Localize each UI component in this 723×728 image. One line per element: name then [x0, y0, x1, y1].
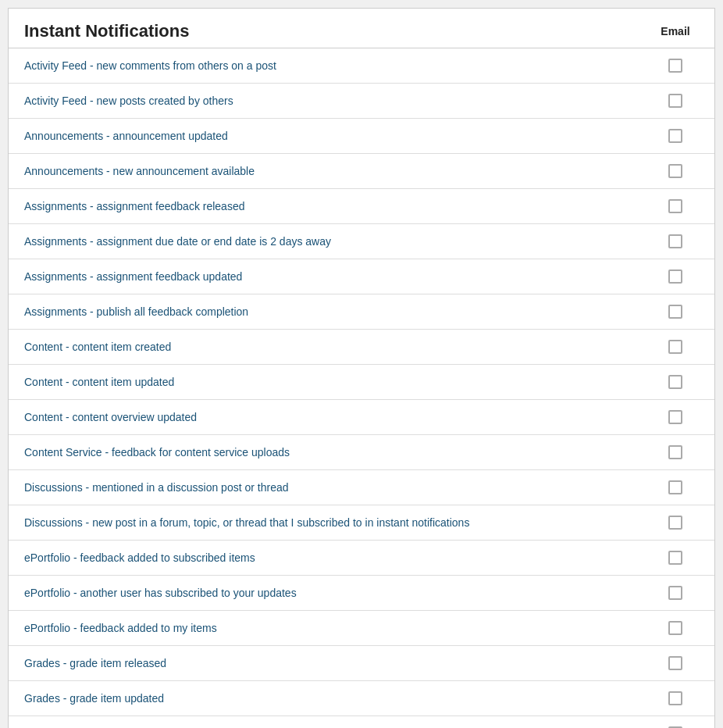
notification-row: Activity Feed - new comments from others…: [9, 48, 714, 84]
notification-label-eportfolio-my-items: ePortfolio - feedback added to my items: [24, 622, 652, 634]
notification-row: Content - content item created: [9, 330, 714, 365]
checkbox-cell-assignments-feedback-released: [652, 199, 699, 213]
page-container: Instant Notifications Email Activity Fee…: [8, 8, 715, 728]
notification-label-assignments-feedback-updated: Assignments - assignment feedback update…: [24, 270, 652, 283]
checkbox-cell-grades-item-updated: [652, 691, 699, 705]
notification-row: Grades - grade item released: [9, 646, 714, 681]
notification-label-grades-item-updated: Grades - grade item updated: [24, 692, 652, 705]
notification-label-discussions-new-post: Discussions - new post in a forum, topic…: [24, 516, 652, 529]
checkbox-eportfolio-user-subscribed[interactable]: [668, 586, 682, 600]
checkbox-assignments-due-date[interactable]: [668, 234, 682, 248]
checkbox-cell-content-item-updated: [652, 375, 699, 389]
notification-label-assignments-publish-feedback: Assignments - publish all feedback compl…: [24, 305, 652, 318]
checkbox-announcements-updated[interactable]: [668, 129, 682, 143]
notification-label-assignments-feedback-released: Assignments - assignment feedback releas…: [24, 200, 652, 212]
checkbox-eportfolio-subscribed-items[interactable]: [668, 551, 682, 565]
notification-list: Activity Feed - new comments from others…: [9, 48, 714, 728]
notification-label-announcements-new: Announcements - new announcement availab…: [24, 165, 652, 177]
notification-row: ePortfolio - feedback added to my items: [9, 611, 714, 646]
checkbox-cell-discussions-new-post: [652, 516, 699, 530]
checkbox-content-item-created[interactable]: [668, 340, 682, 354]
notification-label-content-overview-updated: Content - content overview updated: [24, 411, 652, 423]
notification-row: Activity Feed - new posts created by oth…: [9, 84, 714, 119]
checkbox-eportfolio-my-items[interactable]: [668, 621, 682, 635]
notification-row: Grades - grade item updated: [9, 681, 714, 716]
notification-label-discussions-mentioned: Discussions - mentioned in a discussion …: [24, 481, 652, 494]
email-column-header: Email: [652, 25, 699, 37]
checkbox-cell-grades-item-released: [652, 656, 699, 670]
notification-row: Content Service - feedback for content s…: [9, 435, 714, 470]
notification-row: ePortfolio - feedback added to subscribe…: [9, 541, 714, 576]
checkbox-cell-eportfolio-my-items: [652, 621, 699, 635]
checkbox-content-item-updated[interactable]: [668, 375, 682, 389]
notification-row: Announcements - announcement updated: [9, 119, 714, 154]
checkbox-discussions-mentioned[interactable]: [668, 480, 682, 494]
checkbox-assignments-feedback-released[interactable]: [668, 199, 682, 213]
checkbox-cell-assignments-feedback-updated: [652, 269, 699, 284]
notification-row: Discussions - new post in a forum, topic…: [9, 505, 714, 541]
notification-label-eportfolio-subscribed-items: ePortfolio - feedback added to subscribe…: [24, 551, 652, 564]
checkbox-announcements-new[interactable]: [668, 164, 682, 178]
checkbox-content-service-feedback[interactable]: [668, 445, 682, 459]
checkbox-assignments-feedback-updated[interactable]: [668, 269, 682, 284]
checkbox-cell-eportfolio-user-subscribed: [652, 586, 699, 600]
checkbox-cell-announcements-updated: [652, 129, 699, 143]
checkbox-activity-feed-posts[interactable]: [668, 94, 682, 108]
notification-label-content-service-feedback: Content Service - feedback for content s…: [24, 446, 652, 459]
checkbox-cell-activity-feed-posts: [652, 94, 699, 108]
notification-label-eportfolio-user-subscribed: ePortfolio - another user has subscribed…: [24, 587, 652, 599]
checkbox-cell-assignments-due-date: [652, 234, 699, 248]
notification-row: Announcements - new announcement availab…: [9, 154, 714, 189]
notification-row: Assignments - publish all feedback compl…: [9, 294, 714, 330]
notification-row: IPSIS Platform - Batch Completion Summar…: [9, 716, 714, 728]
notification-row: Assignments - assignment feedback releas…: [9, 189, 714, 224]
notification-row: ePortfolio - another user has subscribed…: [9, 576, 714, 611]
notification-row: Assignments - assignment feedback update…: [9, 259, 714, 294]
notification-row: Content - content overview updated: [9, 400, 714, 435]
checkbox-activity-feed-comments[interactable]: [668, 59, 682, 73]
checkbox-cell-announcements-new: [652, 164, 699, 178]
checkbox-cell-content-service-feedback: [652, 445, 699, 459]
notification-label-announcements-updated: Announcements - announcement updated: [24, 130, 652, 142]
checkbox-cell-eportfolio-subscribed-items: [652, 551, 699, 565]
notification-label-grades-item-released: Grades - grade item released: [24, 657, 652, 669]
notification-label-activity-feed-comments: Activity Feed - new comments from others…: [24, 59, 652, 72]
notification-label-activity-feed-posts: Activity Feed - new posts created by oth…: [24, 95, 652, 107]
checkbox-grades-item-released[interactable]: [668, 656, 682, 670]
notification-row: Discussions - mentioned in a discussion …: [9, 470, 714, 505]
checkbox-cell-discussions-mentioned: [652, 480, 699, 494]
notification-row: Assignments - assignment due date or end…: [9, 224, 714, 259]
checkbox-content-overview-updated[interactable]: [668, 410, 682, 424]
checkbox-cell-content-item-created: [652, 340, 699, 354]
checkbox-cell-content-overview-updated: [652, 410, 699, 424]
checkbox-discussions-new-post[interactable]: [668, 516, 682, 530]
header-row: Instant Notifications Email: [9, 9, 714, 48]
notification-label-content-item-created: Content - content item created: [24, 341, 652, 353]
notification-row: Content - content item updated: [9, 365, 714, 400]
checkbox-assignments-publish-feedback[interactable]: [668, 305, 682, 319]
page-title: Instant Notifications: [24, 21, 189, 41]
checkbox-cell-activity-feed-comments: [652, 59, 699, 73]
checkbox-cell-assignments-publish-feedback: [652, 305, 699, 319]
notification-label-content-item-updated: Content - content item updated: [24, 376, 652, 388]
notification-label-assignments-due-date: Assignments - assignment due date or end…: [24, 235, 652, 248]
checkbox-grades-item-updated[interactable]: [668, 691, 682, 705]
